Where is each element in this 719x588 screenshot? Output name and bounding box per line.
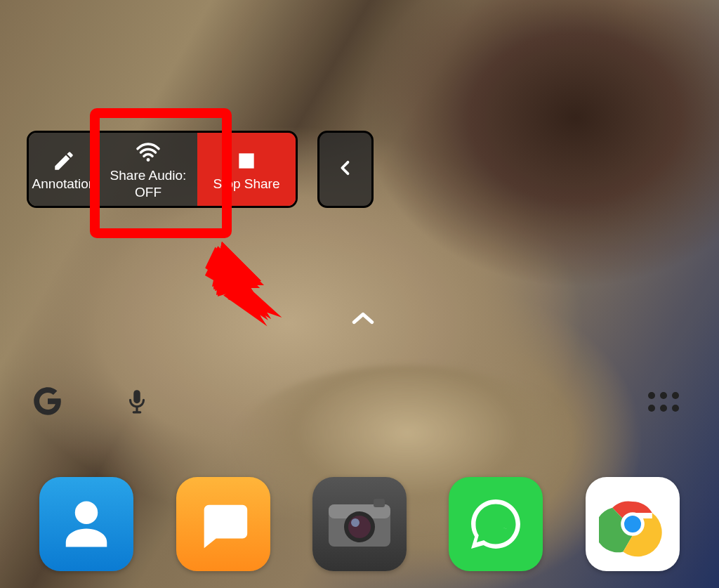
chrome-app-icon[interactable]: [586, 477, 680, 571]
swipe-up-indicator-icon[interactable]: [351, 311, 375, 329]
svg-point-0: [147, 158, 150, 162]
stop-icon: [235, 147, 258, 175]
wifi-icon: [133, 138, 164, 166]
apps-grid-icon[interactable]: [646, 389, 681, 417]
svg-rect-22: [374, 499, 385, 507]
camera-app-icon[interactable]: [312, 477, 407, 571]
stop-share-label: Stop Share: [213, 176, 279, 192]
share-toolbar: Annotation Share Audio: OFF Stop Share: [27, 131, 374, 208]
share-audio-label: Share Audio:: [110, 168, 187, 183]
stop-share-button[interactable]: Stop Share: [197, 133, 296, 206]
svg-point-21: [351, 518, 360, 527]
whatsapp-app-icon[interactable]: [449, 477, 543, 571]
chevron-left-icon: [336, 154, 355, 185]
svg-point-13: [672, 392, 679, 399]
share-toolbar-group: Annotation Share Audio: OFF Stop Share: [27, 131, 298, 208]
collapse-toolbar-button[interactable]: [317, 131, 374, 208]
share-audio-button[interactable]: Share Audio: OFF: [99, 133, 197, 206]
svg-point-12: [660, 392, 667, 399]
svg-point-11: [648, 392, 655, 399]
svg-point-16: [672, 405, 679, 412]
svg-point-20: [348, 516, 371, 538]
contacts-app-icon[interactable]: [39, 477, 133, 571]
annotation-label: Annotation: [32, 176, 96, 192]
pencil-icon: [52, 147, 76, 175]
svg-point-14: [648, 405, 655, 412]
dock: [0, 477, 719, 571]
svg-rect-1: [239, 153, 253, 168]
messages-app-icon[interactable]: [176, 477, 270, 571]
share-audio-state: OFF: [135, 185, 161, 200]
google-search-widget[interactable]: [32, 385, 150, 420]
svg-point-15: [660, 405, 667, 412]
google-g-icon[interactable]: [32, 386, 63, 419]
annotation-button[interactable]: Annotation: [29, 133, 99, 206]
mic-icon[interactable]: [124, 385, 150, 420]
